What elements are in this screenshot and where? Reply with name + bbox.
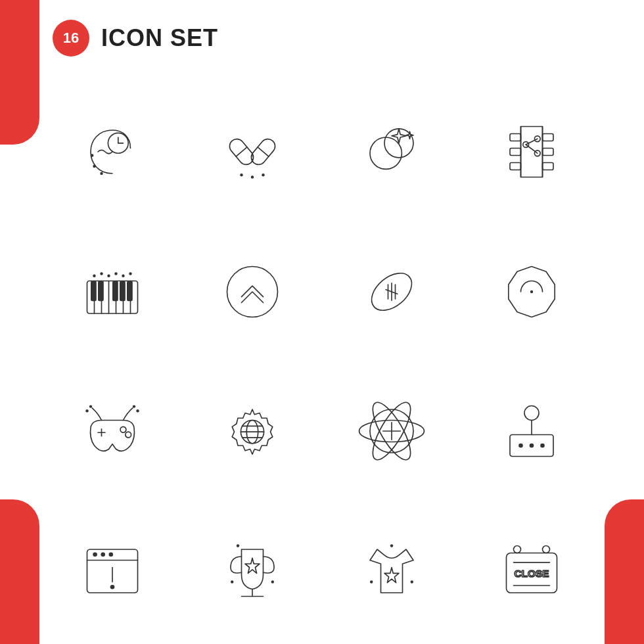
svg-point-84 (109, 552, 114, 557)
svg-point-44 (115, 272, 118, 275)
svg-rect-38 (112, 281, 118, 301)
svg-line-28 (526, 145, 538, 153)
svg-point-83 (101, 552, 106, 557)
trophy-icon (193, 511, 313, 632)
social-film-icon (472, 92, 592, 212)
svg-point-57 (120, 427, 126, 433)
svg-rect-20 (510, 163, 521, 170)
close-sign-icon: CLOSE (472, 511, 592, 632)
svg-point-11 (251, 176, 254, 179)
svg-rect-39 (120, 281, 126, 301)
svg-line-9 (258, 147, 269, 156)
red-corner-left-bottom (0, 499, 39, 644)
medicine-pills-icon (193, 92, 313, 212)
svg-point-96 (390, 544, 393, 547)
svg-point-4 (93, 165, 96, 168)
svg-point-95 (411, 580, 413, 583)
svg-rect-23 (542, 163, 553, 170)
svg-point-91 (271, 580, 273, 583)
svg-point-92 (237, 544, 239, 547)
globe-settings-icon (193, 371, 313, 492)
svg-point-10 (240, 173, 242, 176)
svg-rect-19 (510, 149, 521, 156)
badge-half-icon (472, 232, 592, 352)
svg-point-82 (93, 552, 98, 557)
svg-point-59 (89, 405, 92, 408)
piano-icon (53, 232, 173, 352)
svg-rect-18 (510, 134, 521, 141)
svg-marker-89 (245, 558, 260, 573)
svg-point-41 (93, 274, 96, 277)
add-circle-icon (332, 371, 452, 492)
football-icon (332, 232, 452, 352)
svg-point-79 (540, 444, 545, 448)
svg-rect-40 (127, 281, 133, 301)
svg-line-7 (236, 147, 247, 156)
svg-point-74 (524, 406, 539, 421)
svg-rect-22 (542, 149, 553, 156)
svg-point-98 (513, 545, 520, 553)
shirt-star-icon (332, 511, 452, 632)
svg-point-62 (137, 409, 139, 412)
svg-point-43 (108, 274, 110, 277)
svg-rect-36 (91, 281, 97, 301)
icon-grid: CLOSE (53, 79, 591, 644)
svg-point-90 (231, 580, 233, 583)
red-corner-left-top (0, 0, 39, 145)
svg-point-3 (91, 154, 93, 157)
svg-point-45 (122, 274, 125, 277)
svg-point-5 (101, 172, 103, 175)
svg-rect-37 (98, 281, 104, 301)
svg-text:CLOSE: CLOSE (514, 568, 549, 579)
svg-point-60 (133, 405, 135, 408)
svg-point-78 (529, 444, 534, 448)
header: 16 ICON SET (53, 20, 218, 57)
svg-point-12 (262, 173, 264, 176)
svg-point-77 (518, 444, 523, 448)
browser-error-icon (53, 511, 173, 632)
svg-point-58 (126, 432, 131, 438)
red-corner-right-bottom (605, 499, 644, 644)
svg-point-13 (370, 137, 402, 169)
chevron-up-circle-icon (193, 232, 313, 352)
svg-marker-93 (384, 567, 399, 582)
coins-sparkle-icon (332, 92, 452, 212)
svg-point-46 (129, 272, 132, 275)
svg-rect-21 (542, 134, 553, 141)
svg-point-54 (530, 290, 533, 293)
gamepad-icon (53, 371, 173, 492)
svg-point-94 (370, 580, 373, 583)
svg-rect-17 (520, 127, 542, 177)
svg-point-42 (101, 272, 103, 275)
page-title: ICON SET (101, 24, 218, 52)
svg-point-86 (110, 585, 115, 589)
svg-point-99 (542, 545, 549, 553)
badge-number: 16 (53, 20, 89, 57)
svg-point-61 (86, 409, 89, 412)
mind-time-icon (53, 92, 173, 212)
podium-person-icon (472, 371, 592, 492)
